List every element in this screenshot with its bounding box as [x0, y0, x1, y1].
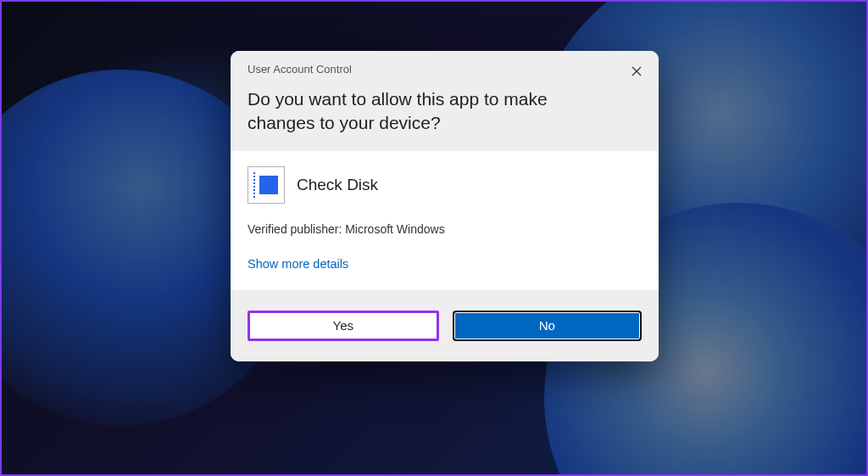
app-name: Check Disk: [297, 176, 378, 194]
dialog-title: User Account Control: [248, 63, 642, 76]
dialog-body: Check Disk Verified publisher: Microsoft…: [231, 151, 659, 290]
dialog-footer: Yes No: [231, 290, 659, 361]
app-icon-inner: [259, 176, 278, 194]
dialog-header: User Account Control Do you want to allo…: [231, 51, 659, 151]
app-identity-row: Check Disk: [248, 166, 642, 204]
close-icon: [632, 66, 642, 76]
yes-button[interactable]: Yes: [248, 311, 439, 341]
publisher-line: Verified publisher: Microsoft Windows: [248, 222, 642, 236]
dialog-question: Do you want to allow this app to make ch…: [248, 87, 642, 136]
uac-dialog: User Account Control Do you want to allo…: [231, 51, 659, 361]
app-icon: [248, 166, 285, 204]
show-more-details-link[interactable]: Show more details: [248, 257, 348, 271]
no-button[interactable]: No: [453, 311, 643, 341]
close-button[interactable]: [625, 59, 648, 83]
